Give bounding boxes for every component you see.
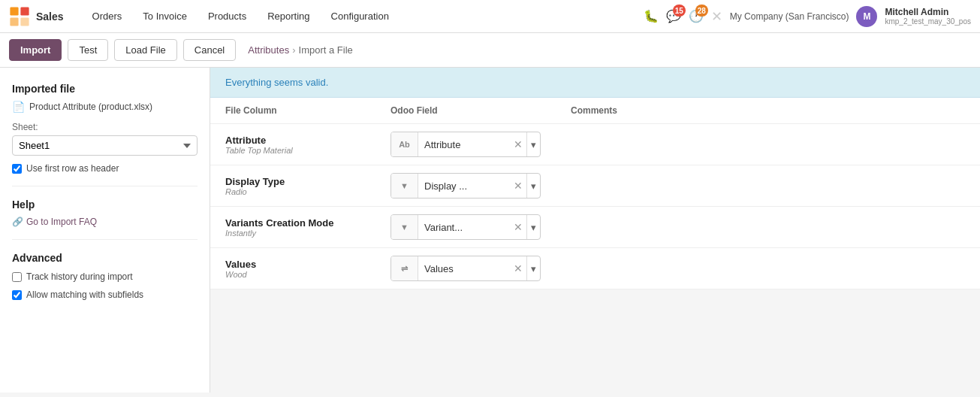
track-history-checkbox[interactable] bbox=[12, 272, 22, 282]
navbar-right: 🐛 💬 15 🕐 28 ✕ My Company (San Francisco)… bbox=[644, 6, 971, 27]
company-name: My Company (San Francisco) bbox=[730, 11, 849, 22]
breadcrumb-current: Import a File bbox=[299, 44, 353, 56]
breadcrumb-separator: › bbox=[292, 44, 295, 56]
field-dropdown-1[interactable]: ▾ bbox=[526, 174, 540, 198]
field-type-icon-2: ▼ bbox=[391, 215, 418, 239]
comments-col-3 bbox=[556, 248, 980, 289]
go-to-import-faq-link[interactable]: 🔗 Go to Import FAQ bbox=[12, 217, 198, 227]
file-col-sub-3: Wood bbox=[225, 270, 360, 279]
use-first-row-row: Use first row as header bbox=[12, 163, 198, 174]
field-type-icon-1: ▼ bbox=[391, 174, 418, 198]
svg-rect-1 bbox=[20, 7, 29, 15]
user-name: Mitchell Admin bbox=[885, 7, 971, 17]
field-value-1: Display ... bbox=[418, 174, 510, 198]
main-content: Imported file 📄 Product Attribute (produ… bbox=[0, 68, 980, 392]
odoo-field-select-2[interactable]: ▼ Variant... ✕ ▾ bbox=[390, 214, 541, 240]
file-col-name-0: Attribute bbox=[225, 135, 360, 146]
load-file-button[interactable]: Load File bbox=[114, 39, 176, 61]
import-button[interactable]: Import bbox=[9, 39, 62, 61]
field-dropdown-3[interactable]: ▾ bbox=[526, 256, 540, 280]
file-col-sub-1: Radio bbox=[225, 187, 360, 196]
file-name: Product Attribute (product.xlsx) bbox=[29, 102, 152, 112]
table-row: ValuesWood ⇌ Values ✕ ▾ bbox=[210, 248, 980, 289]
field-clear-3[interactable]: ✕ bbox=[510, 256, 526, 280]
odoo-field-col-3: ⇌ Values ✕ ▾ bbox=[375, 248, 556, 289]
file-info: 📄 Product Attribute (product.xlsx) bbox=[12, 101, 198, 113]
field-clear-1[interactable]: ✕ bbox=[510, 174, 526, 198]
imported-file-title: Imported file bbox=[12, 83, 198, 95]
external-link-icon: 🔗 bbox=[12, 217, 23, 227]
user-sub: kmp_2_test_may_30_pos bbox=[885, 17, 971, 26]
file-col-0: AttributeTable Top Material bbox=[210, 124, 375, 165]
use-first-row-label[interactable]: Use first row as header bbox=[26, 163, 119, 174]
field-value-3: Values bbox=[418, 256, 510, 280]
sidebar: Imported file 📄 Product Attribute (produ… bbox=[0, 68, 210, 392]
import-table: File Column Odoo Field Comments Attribut… bbox=[210, 98, 980, 289]
field-clear-0[interactable]: ✕ bbox=[510, 132, 526, 156]
nav-orders[interactable]: Orders bbox=[82, 0, 133, 33]
comments-col-1 bbox=[556, 165, 980, 207]
track-history-row: Track history during import bbox=[12, 271, 198, 282]
field-value-0: Attribute bbox=[418, 132, 510, 156]
file-col-2: Variants Creation ModeInstantly bbox=[210, 207, 375, 248]
field-dropdown-2[interactable]: ▾ bbox=[526, 215, 540, 239]
nav-configuration[interactable]: Configuration bbox=[321, 0, 400, 33]
odoo-field-select-0[interactable]: Ab Attribute ✕ ▾ bbox=[390, 132, 541, 157]
comments-col-0 bbox=[556, 124, 980, 165]
file-col-3: ValuesWood bbox=[210, 248, 375, 289]
right-panel: Everything seems valid. File Column Odoo… bbox=[210, 68, 980, 392]
field-type-icon-3: ⇌ bbox=[391, 256, 418, 280]
table-row: Variants Creation ModeInstantly ▼ Varian… bbox=[210, 207, 980, 248]
file-col-name-1: Display Type bbox=[225, 176, 360, 187]
file-col-sub-0: Table Top Material bbox=[225, 146, 360, 155]
nav-products[interactable]: Products bbox=[198, 0, 257, 33]
file-col-name-3: Values bbox=[225, 259, 360, 270]
nav-reporting[interactable]: Reporting bbox=[257, 0, 320, 33]
file-col-1: Display TypeRadio bbox=[210, 165, 375, 207]
nav-to-invoice[interactable]: To Invoice bbox=[132, 0, 198, 33]
field-dropdown-0[interactable]: ▾ bbox=[526, 132, 540, 156]
field-type-icon-0: Ab bbox=[391, 132, 418, 156]
col-header-odoo-field: Odoo Field bbox=[375, 98, 556, 124]
navbar: Sales Orders To Invoice Products Reporti… bbox=[0, 0, 980, 33]
app-name[interactable]: Sales bbox=[36, 11, 64, 23]
divider-1 bbox=[12, 186, 198, 186]
file-col-sub-2: Instantly bbox=[225, 229, 360, 238]
odoo-field-select-1[interactable]: ▼ Display ... ✕ ▾ bbox=[390, 173, 541, 198]
odoo-field-select-3[interactable]: ⇌ Values ✕ ▾ bbox=[390, 256, 541, 281]
col-header-comments: Comments bbox=[556, 98, 980, 124]
svg-rect-0 bbox=[10, 7, 18, 15]
breadcrumb: Attributes › Import a File bbox=[248, 44, 353, 56]
allow-matching-row: Allow matching with subfields bbox=[12, 289, 198, 300]
action-bar: Import Test Load File Cancel Attributes … bbox=[0, 33, 980, 68]
odoo-field-col-2: ▼ Variant... ✕ ▾ bbox=[375, 207, 556, 248]
avatar[interactable]: M bbox=[856, 6, 877, 27]
odoo-field-col-1: ▼ Display ... ✕ ▾ bbox=[375, 165, 556, 207]
field-value-2: Variant... bbox=[418, 215, 510, 239]
advanced-title: Advanced bbox=[12, 252, 198, 264]
debug-icon[interactable]: 🐛 bbox=[644, 9, 659, 23]
breadcrumb-parent[interactable]: Attributes bbox=[248, 44, 289, 56]
clock-icon[interactable]: 🕐 28 bbox=[689, 9, 704, 23]
allow-matching-label[interactable]: Allow matching with subfields bbox=[26, 289, 143, 300]
file-col-name-2: Variants Creation Mode bbox=[225, 217, 360, 229]
divider-2 bbox=[12, 239, 198, 240]
use-first-row-checkbox[interactable] bbox=[12, 164, 22, 174]
sheet-label: Sheet: bbox=[12, 122, 198, 132]
sheet-select[interactable]: Sheet1 bbox=[12, 135, 198, 156]
allow-matching-checkbox[interactable] bbox=[12, 290, 22, 300]
user-info: Mitchell Admin kmp_2_test_may_30_pos bbox=[885, 7, 971, 26]
valid-banner: Everything seems valid. bbox=[210, 68, 980, 98]
svg-rect-2 bbox=[10, 17, 18, 26]
field-clear-2[interactable]: ✕ bbox=[510, 215, 526, 239]
chat-icon[interactable]: 💬 15 bbox=[666, 9, 681, 23]
cancel-button[interactable]: Cancel bbox=[183, 39, 236, 61]
track-history-label[interactable]: Track history during import bbox=[26, 271, 133, 282]
test-button[interactable]: Test bbox=[68, 39, 108, 61]
file-icon: 📄 bbox=[12, 101, 25, 113]
wrench-icon[interactable]: ✕ bbox=[711, 8, 722, 25]
col-header-file-column: File Column bbox=[210, 98, 375, 124]
nav-menu: Orders To Invoice Products Reporting Con… bbox=[82, 0, 644, 33]
app-logo[interactable] bbox=[9, 6, 30, 27]
table-row: Display TypeRadio ▼ Display ... ✕ ▾ bbox=[210, 165, 980, 207]
